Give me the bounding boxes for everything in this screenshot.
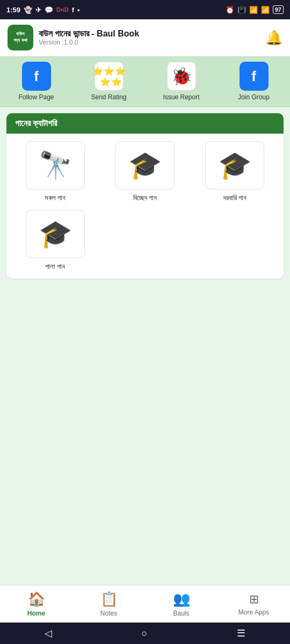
dorbari-gaan-icon-wrap: 🎓	[205, 141, 264, 189]
signal-icon-2: 📶	[261, 6, 270, 14]
recents-button[interactable]: ☰	[226, 623, 256, 643]
status-bar: 1:59 👻 ✈ 💬 DnD f • ⏰ 📳 📶 📶 97	[0, 0, 290, 19]
send-rating-icon: ⭐ ⭐ ⭐ ⭐ ⭐	[95, 62, 124, 91]
category-section: গানের ক্যাটাগরি 🔭 সকল গান 🎓 বিচ্ছেদ গান …	[6, 113, 284, 279]
app-version: Version :1.0.0	[39, 39, 139, 46]
nav-bauls[interactable]: 👥 Bauls	[157, 591, 206, 617]
join-group-button[interactable]: f Join Group	[222, 62, 286, 101]
status-right: ⏰ 📳 📶 📶 97	[226, 5, 284, 14]
dorbari-gaan-label: দরবারি গান	[223, 194, 247, 202]
signal-icon: 📶	[249, 6, 258, 14]
app-header: বাউলপদ্য কথা বাউল গানের ভান্ডার - Baul B…	[0, 19, 290, 56]
dorbari-gaan-item[interactable]: 🎓 দরবারি গান	[194, 141, 276, 202]
notes-icon: 📋	[100, 591, 118, 608]
more-apps-icon: ⊞	[249, 592, 259, 606]
sokal-gaan-label: সকল গান	[45, 194, 66, 202]
action-bar: f Follow Page ⭐ ⭐ ⭐ ⭐ ⭐ Send Rating 🐞	[0, 56, 290, 107]
home-button[interactable]: ○	[131, 624, 158, 643]
send-rating-button[interactable]: ⭐ ⭐ ⭐ ⭐ ⭐ Send Rating	[77, 62, 141, 101]
telegram-icon: ✈	[35, 6, 41, 14]
join-group-label: Join Group	[238, 93, 270, 101]
bottom-nav: 🏠 Home 📋 Notes 👥 Bauls ⊞ More Apps	[0, 585, 290, 623]
system-nav-bar: ◁ ○ ☰	[0, 623, 290, 644]
follow-page-button[interactable]: f Follow Page	[4, 62, 69, 101]
header-left: বাউলপদ্য কথা বাউল গানের ভান্ডার - Baul B…	[8, 25, 139, 50]
battery-indicator: 97	[273, 5, 284, 14]
alarm-icon: ⏰	[226, 6, 234, 14]
snapchat-icon: 👻	[24, 6, 32, 14]
pala-gaan-icon-wrap: 🎓	[26, 210, 85, 258]
notes-label: Notes	[100, 610, 117, 617]
facebook-status-icon: f	[72, 6, 74, 14]
issue-report-button[interactable]: 🐞 Issue Report	[149, 62, 214, 101]
issue-report-icon: 🐞	[167, 62, 196, 91]
nav-home[interactable]: 🏠 Home	[12, 591, 61, 617]
bicched-gaan-icon-wrap: 🎓	[115, 141, 175, 189]
header-text: বাউল গানের ভান্ডার - Baul Book Version :…	[39, 29, 139, 46]
follow-page-label: Follow Page	[18, 93, 54, 101]
sokal-gaan-item[interactable]: 🔭 সকল গান	[14, 141, 96, 202]
graduation-icon-3: 🎓	[39, 218, 72, 250]
bauls-icon: 👥	[173, 591, 190, 608]
status-left: 1:59 👻 ✈ 💬 DnD f •	[6, 6, 80, 14]
send-rating-label: Send Rating	[91, 93, 126, 101]
bicched-gaan-label: বিচ্ছেদ গান	[133, 194, 157, 202]
notification-bell-icon[interactable]: 🔔	[265, 30, 282, 46]
app-logo: বাউলপদ্য কথা	[8, 25, 33, 50]
graduation-icon-1: 🎓	[128, 150, 162, 181]
app-title: বাউল গানের ভান্ডার - Baul Book	[39, 29, 139, 39]
back-button[interactable]: ◁	[34, 623, 63, 643]
dot-icon: •	[77, 6, 80, 14]
more-apps-label: More Apps	[238, 609, 269, 616]
nav-notes[interactable]: 📋 Notes	[85, 591, 133, 617]
pala-gaan-item[interactable]: 🎓 পালা গান	[14, 210, 96, 271]
bicched-gaan-item[interactable]: 🎓 বিচ্ছেদ গান	[104, 141, 186, 202]
home-icon: 🏠	[28, 591, 45, 608]
pala-gaan-label: পালা গান	[45, 262, 66, 271]
messenger-icon: 💬	[45, 6, 53, 14]
category-title: গানের ক্যাটাগরি	[15, 119, 57, 128]
home-label: Home	[27, 610, 45, 617]
graduation-icon-2: 🎓	[218, 150, 251, 181]
telescope-icon: 🔭	[39, 150, 72, 181]
sokal-gaan-icon-wrap: 🔭	[26, 141, 85, 189]
issue-report-label: Issue Report	[163, 93, 199, 101]
nav-more-apps[interactable]: ⊞ More Apps	[230, 592, 278, 616]
category-grid: 🔭 সকল গান 🎓 বিচ্ছেদ গান 🎓 দরবারি গান 🎓 প…	[6, 134, 284, 279]
bauls-label: Bauls	[173, 610, 189, 617]
join-group-icon: f	[240, 62, 269, 91]
follow-page-icon: f	[22, 62, 51, 91]
data-icon: DnD	[56, 6, 69, 13]
vibrate-icon: 📳	[237, 6, 246, 14]
time-display: 1:59	[6, 6, 20, 14]
category-header: গানের ক্যাটাগরি	[6, 113, 284, 134]
